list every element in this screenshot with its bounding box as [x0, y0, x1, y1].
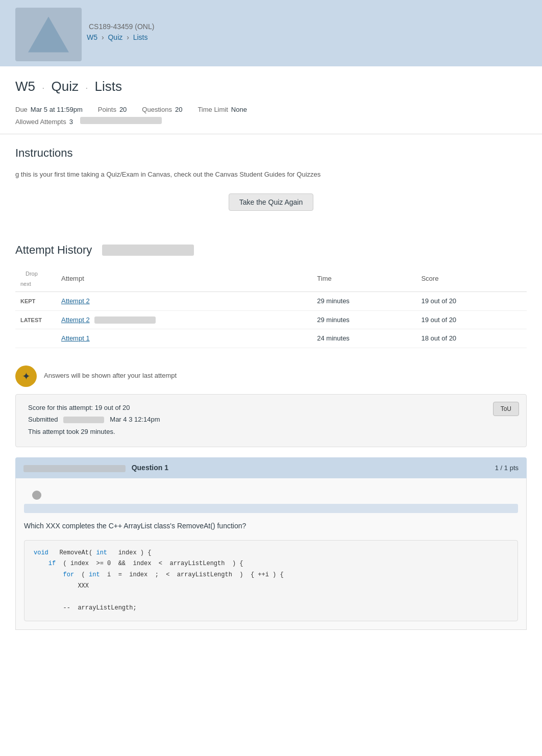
- attempt-1-score: 18 out of 20: [416, 329, 527, 348]
- question-text: Which XXX completes the C++ ArrayList cl…: [24, 520, 518, 531]
- attempt-2-latest-link[interactable]: Attempt 2: [61, 316, 90, 324]
- instructions-text: g this is your first time taking a Quiz/…: [15, 168, 527, 180]
- question-text-bar: [24, 504, 518, 513]
- table-row: Attempt 1 24 minutes 18 out of 20: [15, 329, 527, 348]
- due-label: Due: [15, 105, 28, 115]
- redacted-question-bar: [23, 465, 126, 472]
- attempt-2-latest-time: 29 minutes: [312, 310, 416, 329]
- allowed-attempts-value: 3: [69, 117, 73, 127]
- question-pts: 1 / 1 pts: [495, 463, 519, 473]
- question-section: Question 1 1 / 1 pts Which XXX completes…: [15, 457, 527, 630]
- attempt-history-heading: Attempt History: [15, 241, 92, 258]
- page-title-section: W5 · Quiz · Lists: [0, 66, 542, 102]
- table-row: KEPT Attempt 2 29 minutes 19 out of 20: [15, 292, 527, 311]
- score-block: Score for this attempt: 19 out of 20 Sub…: [15, 394, 527, 448]
- drop-next-col: Drop next: [15, 265, 56, 292]
- quiz-meta: Due Mar 5 at 11:59pm Points 20 Questions…: [0, 102, 542, 134]
- code-block: void RemoveAt( int index ) { if ( index …: [24, 540, 518, 622]
- question-body: Which XXX completes the C++ ArrayList cl…: [15, 478, 527, 630]
- instructions-section: Instructions g this is your first time t…: [0, 134, 542, 231]
- redacted-attempt: [94, 316, 156, 324]
- take-quiz-button[interactable]: Take the Quiz Again: [229, 193, 314, 211]
- allowed-attempts-label: Allowed Attempts: [15, 117, 66, 127]
- attempt-table: Drop next Attempt Time Score KEPT Attemp…: [15, 265, 527, 348]
- due-value: Mar 5 at 11:59pm: [31, 105, 83, 115]
- time-limit-label: Time Limit: [198, 105, 228, 115]
- breadcrumb-w5[interactable]: W5: [87, 33, 97, 41]
- answers-info: ✦ Answers will be shown after your last …: [0, 358, 542, 394]
- time-col-header: Time: [312, 265, 416, 292]
- page-title: W5 · Quiz · Lists: [15, 77, 527, 96]
- question-header: Question 1 1 / 1 pts: [15, 457, 527, 478]
- redacted-badge: [102, 245, 194, 256]
- points-label: Points: [98, 105, 116, 115]
- attempt-history-section: Attempt History Drop next Attempt Time S…: [0, 231, 542, 358]
- kept-label: KEPT: [20, 298, 35, 304]
- latest-label: LATEST: [20, 317, 42, 323]
- score-line: Score for this attempt: 19 out of 20: [28, 403, 514, 413]
- breadcrumb: CS189-43459 (ONL) W5 › Quiz › Lists: [87, 21, 527, 43]
- redacted-submitted-date: [63, 417, 104, 423]
- course-logo: [15, 8, 82, 61]
- attempt-history-header: Attempt History: [15, 241, 527, 258]
- attempt-col-header: Attempt: [56, 265, 312, 292]
- breadcrumb-lists[interactable]: Lists: [133, 33, 148, 41]
- answers-info-text: Answers will be shown after your last at…: [44, 365, 177, 381]
- time-limit-value: None: [231, 105, 247, 115]
- attempt-1-link[interactable]: Attempt 1: [61, 334, 90, 342]
- attempt-2-latest-score: 19 out of 20: [416, 310, 527, 329]
- question-title: Question 1: [23, 462, 168, 473]
- questions-label: Questions: [142, 105, 172, 115]
- took-line: This attempt took 29 minutes.: [28, 427, 514, 437]
- attempt-2-link[interactable]: Attempt 2: [61, 297, 90, 305]
- course-header: CS189-43459 (ONL) W5 › Quiz › Lists: [0, 0, 542, 66]
- avatar: ✦: [15, 365, 37, 387]
- points-value: 20: [119, 105, 127, 115]
- questions-value: 20: [175, 105, 182, 115]
- attempt-2-score: 19 out of 20: [416, 292, 527, 311]
- submitted-line: Submitted Mar 4 3 12:14pm: [28, 414, 514, 425]
- tou-button[interactable]: ToU: [493, 402, 519, 416]
- take-quiz-area: Take the Quiz Again: [15, 188, 527, 226]
- score-col-header: Score: [416, 265, 527, 292]
- breadcrumb-quiz[interactable]: Quiz: [108, 33, 122, 41]
- redacted-info: [80, 117, 162, 124]
- attempt-2-time: 29 minutes: [312, 292, 416, 311]
- attempt-1-time: 24 minutes: [312, 329, 416, 348]
- question-status-indicator: [32, 491, 41, 500]
- instructions-heading: Instructions: [15, 144, 527, 161]
- table-row: LATEST Attempt 2 29 minutes 19 out of 20: [15, 310, 527, 329]
